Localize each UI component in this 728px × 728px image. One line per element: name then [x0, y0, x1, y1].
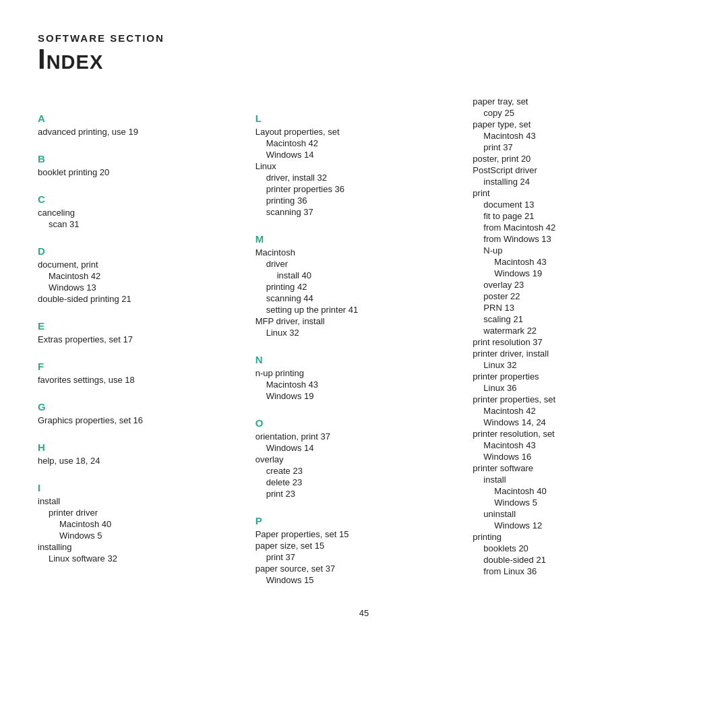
- index-entry: canceling: [38, 208, 239, 218]
- index-entry: Windows 13: [38, 282, 239, 293]
- index-entry: Windows 12: [473, 520, 674, 530]
- index-entry: uninstall: [473, 509, 674, 519]
- index-entry: double-sided 21: [473, 555, 674, 565]
- letter-heading-e: E: [38, 320, 239, 332]
- index-entry: Linux 32: [255, 328, 457, 338]
- index-entry: paper size, set 15: [255, 541, 457, 551]
- index-entry: from Macintosh 42: [473, 222, 674, 233]
- column-2: LLayout properties, setMacintosh 42Windo…: [255, 96, 473, 586]
- letter-heading-h: H: [38, 442, 239, 453]
- index-entry: paper type, set: [473, 119, 674, 129]
- index-entry: help, use 18, 24: [38, 456, 239, 466]
- index-entry: Windows 14: [255, 150, 457, 160]
- letter-heading-a: A: [38, 113, 239, 124]
- index-entry: Macintosh: [255, 247, 457, 257]
- index-entry: Macintosh 43: [473, 131, 674, 141]
- index-entry: watermark 22: [473, 326, 674, 336]
- index-entry: overlay 23: [473, 280, 674, 290]
- index-entry: fit to page 21: [473, 211, 674, 221]
- index-entry: install 40: [255, 270, 457, 280]
- index-entry: printer properties: [473, 371, 674, 382]
- letter-heading-p: P: [255, 515, 457, 526]
- letter-heading-g: G: [38, 401, 239, 413]
- index-entry: printer driver: [38, 508, 239, 518]
- index-entry: print resolution 37: [473, 337, 674, 347]
- page-number: 45: [38, 608, 690, 618]
- index-entry: Macintosh 40: [38, 519, 239, 529]
- index-entry: setting up the printer 41: [255, 305, 457, 315]
- index-entry: booklet printing 20: [38, 167, 239, 177]
- index-entry: N-up: [473, 245, 674, 255]
- index-entry: Windows 19: [473, 268, 674, 278]
- index-entry: document 13: [473, 200, 674, 210]
- index-entry: scaling 21: [473, 314, 674, 324]
- index-entry: poster, print 20: [473, 154, 674, 164]
- letter-heading-m: M: [255, 233, 457, 245]
- letter-heading-l: L: [255, 113, 457, 124]
- column-3: paper tray, setcopy 25paper type, setMac…: [473, 96, 690, 586]
- index-entry: double-sided printing 21: [38, 294, 239, 304]
- index-entry: Linux: [255, 161, 457, 171]
- index-entry: driver, install 32: [255, 173, 457, 183]
- index-title: Index: [38, 44, 690, 75]
- index-entry: Linux 32: [473, 360, 674, 370]
- letter-heading-d: D: [38, 245, 239, 257]
- index-entry: Macintosh 43: [473, 440, 674, 450]
- index-entry: install: [38, 496, 239, 506]
- index-entry: Windows 5: [38, 530, 239, 541]
- column-1: Aadvanced printing, use 19Bbooklet print…: [38, 96, 255, 586]
- index-entry: orientation, print 37: [255, 431, 457, 442]
- index-entry: installing 24: [473, 177, 674, 187]
- index-entry: from Linux 36: [473, 566, 674, 576]
- index-entry: Windows 14, 24: [473, 417, 674, 427]
- index-entry: Windows 14: [255, 443, 457, 453]
- index-entry: from Windows 13: [473, 234, 674, 244]
- index-entry: printer properties, set: [473, 394, 674, 404]
- section-title: Software section: [38, 32, 690, 44]
- index-entry: scanning 37: [255, 207, 457, 217]
- page-header: Software section Index: [38, 32, 690, 75]
- letter-heading-c: C: [38, 193, 239, 205]
- index-entry: paper source, set 37: [255, 564, 457, 574]
- index-entry: delete 23: [255, 477, 457, 487]
- index-entry: scan 31: [38, 219, 239, 229]
- index-entry: Linux 36: [473, 383, 674, 393]
- index-entry: print 37: [473, 142, 674, 152]
- index-entry: printer software: [473, 463, 674, 473]
- index-entry: Windows 16: [473, 452, 674, 462]
- index-entry: poster 22: [473, 291, 674, 301]
- letter-heading-b: B: [38, 153, 239, 164]
- index-entry: PostScript driver: [473, 165, 674, 175]
- index-entry: Macintosh 42: [38, 271, 239, 281]
- index-entry: print 37: [255, 552, 457, 562]
- index-entry: driver: [255, 259, 457, 269]
- letter-heading-n: N: [255, 354, 457, 365]
- index-entry: overlay: [255, 454, 457, 464]
- index-entry: Paper properties, set 15: [255, 529, 457, 539]
- index-entry: Extras properties, set 17: [38, 334, 239, 344]
- index-entry: printing: [473, 532, 674, 542]
- index-entry: copy 25: [473, 108, 674, 118]
- index-entry: advanced printing, use 19: [38, 127, 239, 137]
- index-entry: printer driver, install: [473, 348, 674, 359]
- index-columns: Aadvanced printing, use 19Bbooklet print…: [38, 96, 690, 586]
- index-entry: Linux software 32: [38, 553, 239, 564]
- index-entry: printer properties 36: [255, 184, 457, 194]
- index-entry: MFP driver, install: [255, 316, 457, 326]
- index-entry: Macintosh 42: [255, 138, 457, 148]
- index-entry: PRN 13: [473, 303, 674, 313]
- index-entry: create 23: [255, 466, 457, 476]
- letter-heading-i: I: [38, 482, 239, 493]
- index-entry: favorites settings, use 18: [38, 375, 239, 385]
- index-entry: Layout properties, set: [255, 127, 457, 137]
- index-entry: document, print: [38, 260, 239, 270]
- index-entry: printing 36: [255, 195, 457, 206]
- index-entry: install: [473, 475, 674, 485]
- index-entry: print 23: [255, 489, 457, 499]
- index-entry: Windows 5: [473, 497, 674, 508]
- index-entry: n-up printing: [255, 368, 457, 378]
- index-entry: Macintosh 40: [473, 486, 674, 496]
- index-entry: Macintosh 42: [473, 406, 674, 416]
- index-entry: Windows 19: [255, 391, 457, 401]
- index-entry: print: [473, 188, 674, 198]
